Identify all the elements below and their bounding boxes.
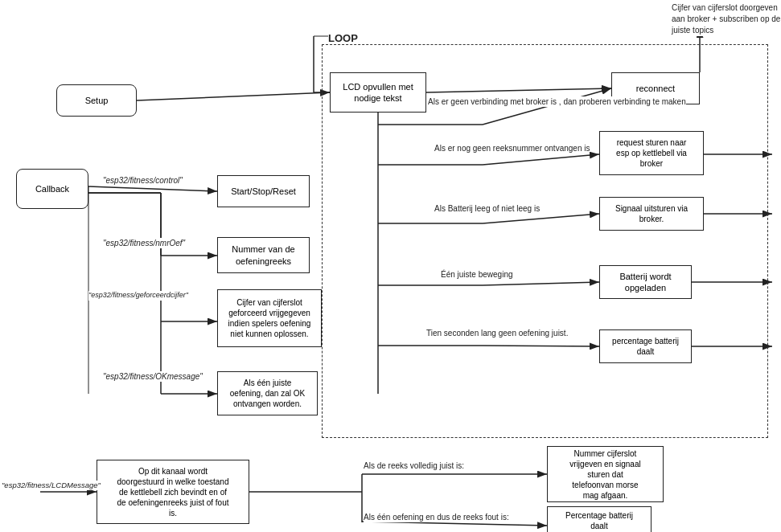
batterij-opl-label: Batterij wordt opgeladen <box>619 271 671 294</box>
perc-daalt2-label: Percentage batterij daalt <box>565 510 633 531</box>
signaal-box: Signaal uitsturen via broker. <box>599 197 704 231</box>
cijfer-box: Cijfer van cijferslot geforceerd vrijgeg… <box>217 289 322 347</box>
esp-control-label: "esp32/fitness/control" <box>103 175 183 186</box>
request-box: request sturen naar esp op kettlebell vi… <box>599 131 704 175</box>
ok-box: Als één juiste oefening, dan zal OK ontv… <box>217 371 318 415</box>
svg-line-9 <box>88 186 217 191</box>
esp-geforceerdcijfer-label: "esp32/fitness/geforceerdcijfer" <box>88 291 188 301</box>
startstop-label: Start/Stop/Reset <box>231 186 296 197</box>
cijfer-label: Cijfer van cijferslot geforceerd vrijgeg… <box>228 297 311 339</box>
esp-okmessage-label: "esp32/fitness/OKmessage" <box>103 371 203 382</box>
reeks-juist-label: Als de reeks volledig juist is: <box>364 460 464 471</box>
reeks-fout-label: Als één oefening en dus de reeks fout is… <box>364 512 509 522</box>
batterij-opl-box: Batterij wordt opgeladen <box>599 265 692 299</box>
nummer-box: Nummer van de oefeningreeks <box>217 237 310 273</box>
startstop-box: Start/Stop/Reset <box>217 175 310 207</box>
nummer-label: Nummer van de oefeningreeks <box>232 243 294 267</box>
lcd-label: LCD opvullen met nodige tekst <box>343 81 413 104</box>
esp-nmroef-label: "esp32/fitness/nmrOef" <box>103 238 185 248</box>
request-label: request sturen naar esp op kettlebell vi… <box>616 137 687 169</box>
perc-daalt-label: percentage batterij daalt <box>612 336 679 357</box>
lcd-message-label: Op dit kanaal wordt doorgestuurd in welk… <box>117 466 229 518</box>
no-reeks-label: Als er nog geen reeksnummer ontvangen is <box>434 143 590 153</box>
lcd-box: LCD opvullen met nodige tekst <box>330 72 426 113</box>
nummer-cijfer-box: Nummer cijferslot vrijgeven en signaal s… <box>547 446 664 502</box>
setup-box: Setup <box>56 84 137 117</box>
battery-label: Als Batterij leeg of niet leeg is <box>434 203 540 214</box>
top-right-label: Cijfer van cijferslot doorgeven aan brok… <box>672 2 781 36</box>
setup-label: Setup <box>85 95 109 106</box>
diagram: LOOP Setup LCD opvullen met nodige tekst… <box>0 0 781 532</box>
ok-label: Als één juiste oefening, dan zal OK ontv… <box>230 378 305 409</box>
reconnect-label: reconnect <box>636 83 675 94</box>
one-movement-label: Één juiste beweging <box>441 269 513 280</box>
loop-label: LOOP <box>328 32 358 46</box>
ten-seconds-label: Tien seconden lang geen oefening juist. <box>426 328 568 338</box>
svg-line-2 <box>137 92 330 100</box>
nummer-cijfer-label: Nummer cijferslot vrijgeven en signaal s… <box>569 448 640 501</box>
callback-label: Callback <box>35 183 69 194</box>
perc-daalt2-box: Percentage batterij daalt <box>547 506 652 532</box>
callback-box: Callback <box>16 169 88 209</box>
esp-lcdmessage-label: "esp32/fitness/LCDMessage" <box>2 481 101 490</box>
perc-daalt-box: percentage batterij daalt <box>599 329 692 363</box>
no-connection-label: Als er geen verbinding met broker is , d… <box>428 96 686 107</box>
signaal-label: Signaal uitsturen via broker. <box>615 203 688 224</box>
lcd-message-box: Op dit kanaal wordt doorgestuurd in welk… <box>97 460 249 524</box>
